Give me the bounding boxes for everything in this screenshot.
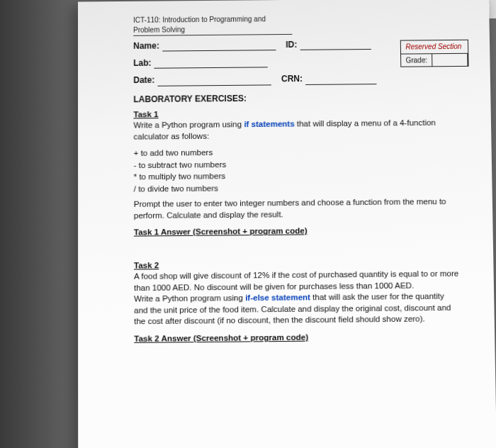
blank-date: [157, 77, 271, 86]
task1-answer-label: Task 1 Answer (Screenshot + program code…: [134, 225, 473, 239]
keyword-if: if statements: [244, 120, 294, 129]
label-lab: Lab:: [133, 57, 151, 69]
grade-label: Grade:: [401, 54, 432, 67]
label-date: Date:: [133, 74, 154, 86]
label-crn: CRN:: [281, 73, 303, 85]
task1-prompt: Prompt the user to enter two integer num…: [134, 196, 458, 222]
blank-crn: [305, 76, 376, 85]
task1-text-a: Write a Python program using: [133, 120, 244, 129]
blank-name: [162, 42, 276, 51]
task1-block: Task 1 Write a Python program using if s…: [133, 106, 457, 142]
grade-value: [432, 53, 468, 66]
task2-block: Task 2 A food shop will give discount of…: [134, 257, 460, 327]
blank-id: [300, 41, 371, 50]
operator-list: + to add two numbers - to subtract two n…: [134, 145, 473, 195]
blank-lab: [154, 60, 268, 69]
task2-answer-label: Task 2 Answer (Screenshot + program code…: [134, 330, 475, 345]
row-date-crn: Date: CRN:: [133, 72, 470, 86]
course-title: ICT-110: Introduction to Programming and…: [133, 14, 292, 36]
task1-head: Task 1: [133, 110, 158, 118]
document-page: ICT-110: Introduction to Programming and…: [78, 0, 496, 448]
lab-exercises-heading: LABORATORY EXERCISES:: [133, 91, 470, 105]
keyword-ifelse: if-else statement: [245, 293, 310, 303]
reserved-header: Reserved Section: [401, 40, 468, 54]
reserved-section-box: Reserved Section Grade:: [400, 40, 468, 67]
task2-p1: A food shop will give discount of 12% if…: [134, 269, 458, 292]
label-name: Name:: [133, 40, 159, 52]
label-id: ID:: [286, 39, 297, 50]
task2-head: Task 2: [134, 261, 159, 270]
page-shadow: [0, 0, 85, 448]
task2-p2a: Write a Python program using: [134, 293, 245, 303]
op-div: / to divide two numbers: [134, 181, 473, 195]
